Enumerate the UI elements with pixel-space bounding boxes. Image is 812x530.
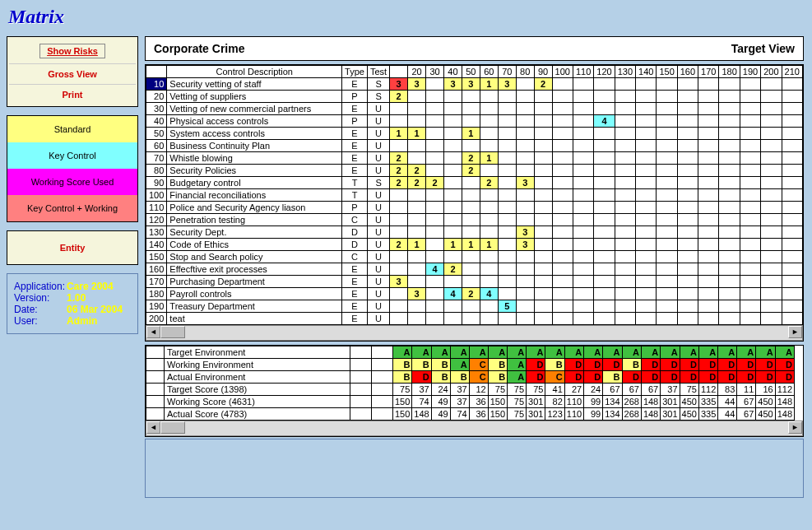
status-panel: Application:Care 2004 Version:1.00 Date:… (7, 273, 138, 334)
table-row[interactable]: 140Code of EthicsDU211113 (146, 239, 803, 251)
table-row[interactable]: 50System access controlsEU111 (146, 128, 803, 140)
table-row[interactable]: 60Business Continuity PlanEU (146, 140, 803, 152)
table-row: Actual Score (4783)150148497436150753011… (146, 408, 795, 421)
summary-grid[interactable]: Target EnvironmentAAAAAAAAAAAAAAAAAAAAAW… (145, 345, 804, 437)
col-header[interactable]: Type (342, 66, 368, 78)
col-header[interactable] (146, 66, 167, 78)
table-row[interactable]: 80Security PoliciesEU222 (146, 165, 803, 177)
matrix-scroll-h[interactable]: ◄ ► (146, 325, 803, 341)
col-header[interactable]: 70 (498, 66, 516, 78)
table-row[interactable]: 40Physical access controlsPU4 (146, 115, 803, 128)
table-row[interactable]: 200teatEU (146, 313, 803, 325)
legend-working-score: Working Score Used (7, 169, 137, 195)
col-header[interactable]: 90 (534, 66, 552, 78)
col-header[interactable]: 60 (480, 66, 498, 78)
col-header[interactable]: 150 (657, 66, 677, 78)
scroll-right-icon[interactable]: ► (788, 421, 802, 434)
view-header: Corporate Crime Target View (145, 36, 804, 61)
table-row[interactable]: 70Whistle blowingEU221 (146, 152, 803, 165)
col-header[interactable]: 180 (719, 66, 740, 78)
col-header[interactable]: Control Description (167, 66, 342, 78)
nav-panel: Show Risks Gross View Print (7, 36, 138, 107)
entity-button[interactable]: Entity (9, 233, 136, 263)
summary-scroll-h[interactable]: ◄ ► (146, 421, 803, 436)
col-header[interactable]: 190 (740, 66, 760, 78)
col-header[interactable]: 140 (636, 66, 657, 78)
legend-panel: Standard Key Control Working Score Used … (7, 115, 138, 222)
table-row[interactable]: 180Payroll controlsEU3424 (146, 288, 803, 300)
table-row: Target EnvironmentAAAAAAAAAAAAAAAAAAAAA (146, 346, 795, 359)
col-header[interactable]: 100 (552, 66, 573, 78)
matrix-grid[interactable]: Control DescriptionTypeTest1020304050607… (145, 64, 804, 342)
footer-area (145, 439, 804, 498)
col-header[interactable]: 20 (408, 66, 426, 78)
table-row[interactable]: 130Security Dept.DU3 (146, 226, 803, 239)
table-row[interactable]: 190Treasury DepartmentEU5 (146, 300, 803, 313)
table-row[interactable]: 110Police and Security Agency liasonPU (146, 202, 803, 214)
table-row[interactable]: 150Stop and Search policyCU (146, 251, 803, 263)
gross-view-button[interactable]: Gross View (9, 64, 136, 85)
table-row[interactable]: 120Penetration testingCU (146, 214, 803, 226)
col-header[interactable]: Test (367, 66, 389, 78)
table-row[interactable]: 90Budgetary controlTS22223 (146, 177, 803, 189)
col-header[interactable]: 80 (516, 66, 534, 78)
col-header[interactable]: 120 (594, 66, 615, 78)
col-header[interactable]: 130 (615, 66, 635, 78)
view-title: Corporate Crime (154, 42, 244, 55)
table-row[interactable]: 10Security vetting of staffES3333132 (146, 78, 803, 91)
view-mode: Target View (731, 42, 795, 55)
table-row: Target Score (1398)753724371275757541272… (146, 384, 795, 396)
col-header[interactable]: 40 (443, 66, 462, 78)
table-row: Actual EnvironmentBDBBCBADCDDBDDDDDDDDD (146, 371, 795, 384)
legend-key-control: Key Control (7, 142, 137, 169)
scroll-thumb[interactable] (160, 421, 185, 434)
col-header[interactable]: 210 (782, 66, 802, 78)
col-header[interactable]: 110 (573, 66, 593, 78)
table-row[interactable]: 30Vetting of new commercial partnersEU (146, 103, 803, 115)
col-header[interactable]: 160 (677, 66, 698, 78)
col-header[interactable]: 200 (761, 66, 782, 78)
col-header[interactable]: 50 (462, 66, 480, 78)
scroll-right-icon[interactable]: ► (788, 326, 802, 338)
scroll-left-icon[interactable]: ◄ (146, 326, 160, 338)
col-header[interactable]: 10 (390, 66, 408, 78)
col-header[interactable]: 170 (698, 66, 719, 78)
legend-standard: Standard (7, 116, 137, 142)
entity-panel: Entity (7, 230, 138, 265)
table-row: Working EnvironmentBBBACBADBDDDBDDDDDDDD (146, 359, 795, 371)
table-row[interactable]: 170Purchasing DepartmentEU3 (146, 276, 803, 288)
table-row[interactable]: 100Financial reconciliationsTU (146, 189, 803, 202)
table-row[interactable]: 20Vetting of suppliersPS2 (146, 91, 803, 103)
table-row[interactable]: 160Effecftive exit processesEU42 (146, 263, 803, 276)
app-title: Matrix (8, 6, 64, 27)
print-button[interactable]: Print (9, 85, 136, 105)
scroll-left-icon[interactable]: ◄ (146, 421, 160, 434)
col-header[interactable]: 30 (426, 66, 444, 78)
legend-key-working: Key Control + Working (7, 195, 137, 221)
show-risks-button[interactable]: Show Risks (9, 39, 136, 64)
table-row: Working Score (4631)15074493736150753018… (146, 396, 795, 408)
scroll-thumb[interactable] (160, 326, 185, 338)
